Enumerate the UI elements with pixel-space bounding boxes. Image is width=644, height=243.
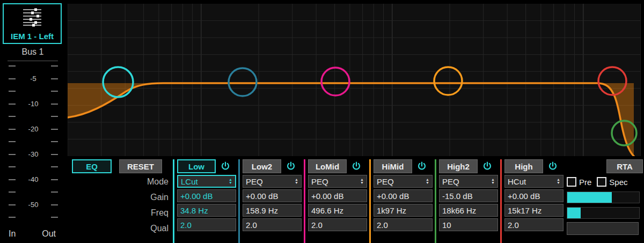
mode-row-label: Mode [68,177,173,187]
eq-graph[interactable] [68,4,641,156]
pre-checkbox[interactable]: Pre [567,177,591,187]
gain-level-meter [567,192,640,203]
gain-row-label: Gain [68,193,173,202]
eq-handle-lomid[interactable] [321,68,349,95]
qual-field-low2[interactable]: 2.0 [243,218,302,231]
qual-field-high[interactable]: 2.0 [504,218,564,231]
band-button-low[interactable]: Low [177,159,216,173]
mode-value: PEQ [246,177,263,186]
band-power-high2[interactable] [480,159,495,173]
select-arrows-icon: ▲▼ [229,178,232,185]
panel-right-column: RTA Pre Spec [566,159,644,243]
mode-select-high[interactable]: HCut ▲▼ [504,175,564,188]
eq-screen: IEM 1 - Left Bus 1 -5 -10 -20 -30 -40 -5… [0,0,644,243]
meter-in-label: In [9,229,16,239]
band-power-lomid[interactable] [349,159,364,173]
freq-field-high[interactable]: 15k17 Hz [504,204,564,217]
power-icon [547,161,558,172]
eq-response-curve [68,83,634,156]
mode-value: LCut [181,177,198,186]
qual-field-lomid[interactable]: 2.0 [308,218,367,231]
channel-eq-icon [20,8,45,27]
scale-label: -20 [22,125,45,133]
freq-field-himid[interactable]: 1k97 Hz [374,204,433,217]
spec-checkbox-label: Spec [609,178,627,187]
select-arrows-icon: ▲▼ [295,178,298,185]
spare-field [567,222,639,235]
band-column-low2: Low2 PEQ ▲▼ +0.00 dB 158.9 Hz 2.0 [238,159,302,243]
select-arrows-icon: ▲▼ [426,178,429,185]
scale-label: -30 [22,150,45,158]
band-column-high2: High2 PEQ ▲▼ -15.0 dB 18k66 Hz 10 [435,159,498,243]
mode-select-lomid[interactable]: PEQ ▲▼ [308,175,367,188]
band-column-high: High HCut ▲▼ +0.00 dB 15k17 Hz 2.0 [500,159,564,243]
mode-value: PEQ [311,177,328,186]
panel-label-column: EQ RESET Mode Gain Freq Qual [68,159,173,243]
gain-field-lomid[interactable]: +0.00 dB [308,189,367,202]
gain-field-high2[interactable]: -15.0 dB [439,189,498,202]
freq-row-label: Freq [68,208,173,218]
eq-plot[interactable] [68,4,641,156]
reset-button[interactable]: RESET [119,159,162,173]
qual-field-low[interactable]: 2.0 [177,218,236,231]
power-icon [286,161,296,172]
mode-select-low[interactable]: LCut ▲▼ [177,175,236,188]
band-power-low2[interactable] [283,159,298,173]
select-arrows-icon: ▲▼ [557,178,560,185]
gain-field-low[interactable]: +0.00 dB [177,189,236,202]
power-icon [482,161,493,172]
band-button-low2[interactable]: Low2 [243,159,281,173]
freq-field-lomid[interactable]: 496.6 Hz [308,204,367,217]
power-icon [416,161,427,172]
band-column-himid: HiMid PEQ ▲▼ +0.00 dB 1k97 Hz 2.0 [369,159,433,243]
mode-value: HCut [508,177,526,186]
mode-select-high2[interactable]: PEQ ▲▼ [439,175,498,188]
channel-name: IEM 1 - Left [11,32,54,41]
band-button-high2[interactable]: High2 [439,159,478,173]
band-power-high[interactable] [545,159,560,173]
band-power-low[interactable] [218,159,233,173]
band-button-lomid[interactable]: LoMid [308,159,347,173]
freq-field-low2[interactable]: 158.9 Hz [243,204,302,217]
level-meter-scale: -5 -10 -20 -30 -40 -50 [9,63,58,220]
eq-button[interactable]: EQ [72,159,112,173]
freq-field-high2[interactable]: 18k66 Hz [439,204,498,217]
mode-select-himid[interactable]: PEQ ▲▼ [374,175,433,188]
select-arrows-icon: ▲▼ [360,178,364,185]
gain-field-high[interactable]: +0.00 dB [504,189,564,202]
eq-handle-low2[interactable] [229,68,257,96]
qual-row-label: Qual [68,224,173,233]
meter-out-label: Out [42,229,56,239]
power-icon [220,161,231,172]
band-column-low: Low LCut ▲▼ +0.00 dB 34.8 Hz 2.0 [173,159,236,243]
select-arrows-icon: ▲▼ [491,178,495,185]
power-icon [351,161,362,172]
pre-checkbox-label: Pre [579,178,591,187]
scale-label: -10 [22,100,45,108]
channel-sidebar: IEM 1 - Left Bus 1 -5 -10 -20 -30 -40 -5… [0,0,68,243]
band-column-lomid: LoMid PEQ ▲▼ +0.00 dB 496.6 Hz 2.0 [304,159,367,243]
band-button-himid[interactable]: HiMid [374,159,412,173]
qual-field-high2[interactable]: 10 [439,218,498,231]
scale-label: -5 [22,75,45,83]
spec-checkbox[interactable]: Spec [597,177,627,187]
channel-select-button[interactable]: IEM 1 - Left [3,3,62,44]
mode-value: PEQ [442,177,459,186]
mode-select-low2[interactable]: PEQ ▲▼ [243,175,302,188]
checkbox-box [567,177,576,187]
eq-control-panel: EQ RESET Mode Gain Freq Qual Low LCut ▲▼… [68,157,644,243]
band-power-himid[interactable] [414,159,429,173]
mode-value: PEQ [377,177,394,186]
qual-field-himid[interactable]: 2.0 [374,218,433,231]
bus-label[interactable]: Bus 1 [8,47,58,61]
gain-field-himid[interactable]: +0.00 dB [374,189,433,202]
band-button-high[interactable]: High [504,159,543,173]
freq-field-low[interactable]: 34.8 Hz [177,204,236,217]
gain-field-low2[interactable]: +0.00 dB [243,189,302,202]
eq-grid [68,4,641,156]
checkbox-box [597,177,606,187]
eq-curve-fill [68,83,634,156]
freq-level-meter [567,207,640,219]
scale-label: -50 [22,201,45,209]
rta-button[interactable]: RTA [606,159,643,173]
